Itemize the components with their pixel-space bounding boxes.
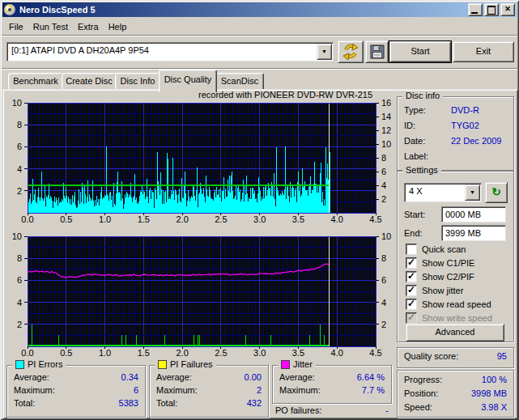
- speed-select[interactable]: 4 X ▼: [404, 183, 482, 202]
- speed-select-value: 4 X: [409, 186, 423, 196]
- svg-text:16: 16: [381, 98, 391, 108]
- checkbox-label: Show C1/PIE: [422, 258, 474, 268]
- app-window: Nero DiscSpeed 5 ✕ File Run Test Extra H…: [0, 0, 519, 420]
- pi-errors-color-swatch: [15, 360, 24, 369]
- svg-text:3.5: 3.5: [292, 348, 304, 358]
- svg-text:8: 8: [17, 120, 22, 129]
- svg-text:10: 10: [12, 98, 22, 108]
- speed-test-icon: [342, 43, 359, 61]
- svg-text:0.5: 0.5: [60, 214, 72, 224]
- checkbox-label: Show jitter: [422, 286, 463, 295]
- svg-text:2.0: 2.0: [176, 214, 188, 224]
- svg-text:2.5: 2.5: [215, 348, 227, 358]
- refresh-speeds-button[interactable]: ↻: [485, 182, 508, 203]
- chevron-down-icon: ▼: [470, 189, 475, 195]
- speed-value: 3.98 X: [481, 402, 507, 412]
- speed-test-button[interactable]: [338, 40, 364, 63]
- tab-benchmark[interactable]: Benchmark: [8, 73, 63, 90]
- advanced-button[interactable]: Advanced: [406, 324, 504, 342]
- title-bar: Nero DiscSpeed 5 ✕: [2, 2, 517, 17]
- maximize-button[interactable]: [484, 3, 499, 16]
- drive-selector[interactable]: [0:1] ATAPI DVD A DH20A4P 9P54 ▼: [6, 42, 334, 62]
- svg-text:3.5: 3.5: [292, 214, 304, 224]
- checkbox-box[interactable]: [406, 285, 417, 296]
- svg-text:4: 4: [17, 298, 22, 308]
- pi-failures-color-swatch: [158, 360, 167, 369]
- jitter-title: Jitter: [293, 359, 313, 369]
- disc-info-title: Disc info: [406, 91, 440, 100]
- stat-value: 7.7 %: [362, 385, 385, 395]
- checkbox-box[interactable]: [406, 271, 417, 282]
- speed-label: Speed:: [404, 402, 432, 412]
- refresh-icon: ↻: [491, 185, 501, 198]
- svg-text:1.5: 1.5: [138, 348, 150, 358]
- jitter-pif-chart: 0.00.51.01.52.02.53.03.54.04.52468102468…: [5, 227, 394, 368]
- menu-item-help[interactable]: Help: [104, 20, 132, 33]
- close-button[interactable]: ✕: [500, 3, 515, 16]
- progress-label: Progress:: [404, 375, 442, 384]
- po-failures-row: PO failures: -: [275, 405, 389, 415]
- jitter-color-swatch: [281, 360, 290, 369]
- pi-failures-title: PI Failures: [170, 359, 213, 369]
- stat-label: Maximum:: [156, 385, 198, 395]
- stat-value: 0.34: [121, 372, 138, 382]
- svg-text:4: 4: [381, 298, 386, 308]
- disc-date-value: 22 Dec 2009: [451, 136, 501, 146]
- svg-text:2: 2: [381, 194, 386, 204]
- disc-type-value: DVD-R: [451, 105, 479, 115]
- start-position-field[interactable]: [441, 206, 506, 223]
- save-button[interactable]: [365, 40, 389, 63]
- pi-errors-title: PI Errors: [28, 359, 62, 369]
- end-position-field[interactable]: [441, 225, 506, 241]
- stat-value: 5383: [119, 398, 138, 408]
- settings-group: Settings 4 X ▼ ↻ Start: End: Quick scan …: [397, 171, 514, 342]
- exit-button[interactable]: Exit: [453, 41, 514, 62]
- progress-panel: Progress:100 % Position:3998 MB Speed:3.…: [397, 370, 514, 418]
- disc-date-label: Date:: [404, 136, 425, 146]
- tab-disc-quality[interactable]: Disc Quality: [159, 70, 217, 92]
- start-button-label: Start: [411, 46, 429, 56]
- checkbox-label: Quick scan: [422, 244, 466, 254]
- svg-text:8: 8: [381, 253, 386, 263]
- tab-create-disc[interactable]: Create Disc: [62, 73, 117, 90]
- svg-text:0.0: 0.0: [21, 348, 33, 358]
- divider: [2, 68, 517, 70]
- checkbox-quick-scan[interactable]: Quick scan: [406, 243, 466, 255]
- menu-item-file[interactable]: File: [4, 20, 28, 33]
- svg-text:1.0: 1.0: [99, 214, 111, 224]
- tab-disc-info[interactable]: Disc Info: [115, 73, 160, 90]
- svg-text:8: 8: [381, 153, 386, 163]
- stat-value: 6: [134, 385, 138, 395]
- menu-bar: File Run Test Extra Help: [2, 19, 518, 34]
- start-button[interactable]: Start: [389, 41, 451, 62]
- checkbox-box[interactable]: [406, 244, 417, 255]
- drive-selector-dropdown-button[interactable]: ▼: [317, 44, 332, 60]
- checkbox-box[interactable]: [406, 299, 417, 310]
- svg-text:1.0: 1.0: [99, 348, 111, 358]
- checkbox-show-c1-pie[interactable]: Show C1/PIE: [406, 257, 474, 269]
- checkbox-show-c2-pif[interactable]: Show C2/PIF: [406, 270, 474, 282]
- checkbox-show-jitter[interactable]: Show jitter: [406, 284, 463, 296]
- checkbox-box[interactable]: [406, 257, 417, 269]
- exit-button-label: Exit: [476, 46, 491, 56]
- stat-value: 432: [247, 398, 262, 408]
- maximize-icon: [487, 6, 496, 15]
- svg-text:6: 6: [17, 142, 22, 151]
- speed-select-dropdown-button[interactable]: ▼: [465, 185, 480, 201]
- svg-text:6: 6: [17, 275, 22, 285]
- checkbox-show-read-speed[interactable]: Show read speed: [406, 298, 491, 310]
- svg-text:3.0: 3.0: [253, 348, 266, 358]
- end-position-label: End:: [404, 228, 423, 238]
- po-failures-value: -: [385, 405, 389, 415]
- tab-scandisc[interactable]: ScanDisc: [215, 73, 264, 90]
- stat-label: Total:: [156, 398, 177, 408]
- menu-item-extra[interactable]: Extra: [73, 20, 104, 33]
- disc-info-group: Disc info Type:DVD-R ID:TYG02 Date:22 De…: [397, 96, 514, 171]
- svg-text:4.5: 4.5: [369, 348, 381, 358]
- drive-selector-value: [0:1] ATAPI DVD A DH20A4P 9P54: [11, 45, 149, 55]
- menu-item-run-test[interactable]: Run Test: [28, 20, 73, 33]
- svg-text:4: 4: [381, 180, 386, 190]
- minimize-button[interactable]: [468, 3, 483, 16]
- settings-title: Settings: [406, 165, 438, 175]
- quality-score-value: 95: [497, 351, 507, 361]
